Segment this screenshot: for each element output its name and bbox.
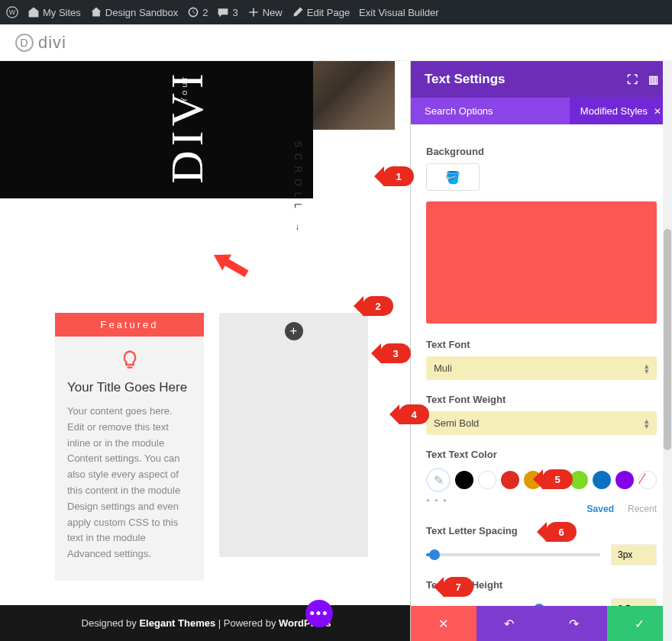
color-swatch-white[interactable] [478, 471, 496, 489]
my-sites-link[interactable]: My Sites [27, 6, 81, 18]
hero-image [312, 61, 395, 130]
comments-link[interactable]: 3 [217, 6, 237, 18]
undo-button[interactable]: ↶ [477, 606, 542, 641]
svg-text:W: W [9, 8, 16, 16]
check-icon: ✓ [635, 617, 645, 631]
site-footer: Designed by Elegant Themes | Powered by … [0, 605, 410, 641]
color-swatch-blue[interactable] [593, 471, 611, 489]
featured-card[interactable]: Featured Your Title Goes Here Your conte… [55, 313, 204, 581]
search-options-tab[interactable]: Search Options [411, 98, 570, 124]
page-canvas[interactable]: Your DIVI SCROLL → Featured Your Title G… [0, 61, 410, 641]
color-swatch-black[interactable] [455, 471, 473, 489]
empty-module[interactable]: + [219, 313, 368, 557]
expand-icon[interactable]: ⛶ [627, 73, 638, 85]
panel-title: Text Settings [425, 72, 505, 87]
font-select[interactable]: Muli▴▾ [426, 356, 657, 380]
color-picker-button[interactable]: ✎ [426, 468, 451, 492]
add-module-button[interactable]: + [285, 322, 303, 340]
callout-7: 7 [443, 577, 473, 597]
comment-icon [217, 6, 229, 18]
saved-colors-link[interactable]: Saved [587, 504, 614, 514]
eyedropper-icon: ✎ [434, 473, 444, 488]
site-name-link[interactable]: Design Sandbox [90, 6, 178, 18]
plus-icon [247, 6, 260, 18]
callout-6: 6 [546, 522, 577, 542]
callout-1: 1 [383, 166, 414, 186]
more-colors-icon[interactable]: ● ● ● [426, 497, 657, 504]
card-text: Your content goes here. Edit or remove t… [67, 404, 192, 562]
divi-logo[interactable]: D divi [15, 33, 66, 53]
modified-styles-tab[interactable]: Modified Styles✕ [570, 98, 672, 124]
lineheight-value-input[interactable]: 2.5em [611, 598, 657, 606]
color-label: Text Text Color [426, 449, 657, 460]
color-swatch-purple[interactable] [615, 471, 634, 489]
home-icon [90, 6, 102, 18]
cancel-button[interactable]: ✕ [411, 606, 477, 641]
updates-link[interactable]: 2 [187, 6, 208, 18]
redo-icon: ↷ [569, 617, 579, 631]
exit-vb-link[interactable]: Exit Visual Builder [359, 7, 439, 18]
callout-5: 5 [542, 469, 573, 489]
refresh-icon [187, 6, 199, 18]
spacing-slider[interactable] [426, 553, 600, 556]
hero-title: DIVI [161, 69, 214, 184]
recent-colors-link[interactable]: Recent [628, 504, 657, 514]
settings-panel: Text Settings ⛶ ▥ Search Options Modifie… [410, 61, 672, 641]
redo-button[interactable]: ↷ [541, 606, 607, 641]
color-swatch-red[interactable] [501, 471, 519, 489]
color-swatch-none[interactable]: ∕ [638, 471, 657, 489]
bg-picker-button[interactable]: 🪣 [426, 163, 480, 191]
spacing-value-input[interactable]: 3px [611, 544, 657, 565]
weight-label: Text Font Weight [426, 394, 657, 405]
chevron-updown-icon: ▴▾ [645, 363, 649, 373]
callout-4: 4 [399, 404, 429, 424]
bg-color-preview[interactable] [426, 201, 657, 324]
chevron-updown-icon: ▴▾ [645, 418, 649, 428]
divi-fab-button[interactable]: ••• [305, 600, 333, 627]
snap-icon[interactable]: ▥ [648, 73, 658, 85]
paint-bucket-icon: 🪣 [445, 170, 460, 185]
callout-2: 2 [363, 296, 393, 316]
font-label: Text Font [426, 339, 657, 350]
scrollbar-thumb[interactable] [664, 229, 671, 450]
pencil-icon [292, 6, 304, 18]
panel-header: Text Settings ⛶ ▥ [411, 61, 672, 98]
bg-label: Background [426, 146, 657, 157]
new-link[interactable]: New [247, 6, 283, 18]
scroll-indicator: SCROLL → [292, 141, 303, 238]
close-icon: ✕ [438, 617, 448, 631]
callout-3: 3 [380, 343, 411, 363]
weight-select[interactable]: Semi Bold▴▾ [426, 411, 657, 435]
wp-admin-bar[interactable]: W My Sites Design Sandbox 2 3 New Edit P… [0, 0, 672, 24]
undo-icon: ↶ [504, 617, 514, 631]
site-header: D divi [0, 24, 672, 61]
edit-page-link[interactable]: Edit Page [292, 6, 350, 18]
lightbulb-icon [119, 349, 141, 370]
wp-logo-icon[interactable]: W [6, 6, 18, 18]
hero-black-box: Your DIVI [0, 61, 313, 198]
close-icon[interactable]: ✕ [654, 106, 661, 117]
divi-logo-icon: D [15, 34, 34, 52]
card-title: Your Title Goes Here [67, 379, 192, 396]
featured-badge: Featured [55, 313, 204, 337]
sites-icon [27, 6, 40, 18]
panel-scrollbar[interactable] [663, 61, 672, 641]
